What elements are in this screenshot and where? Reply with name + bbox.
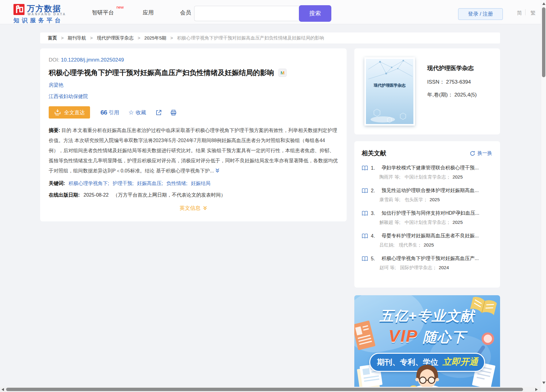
keyword-link[interactable]: 积极心理学视角下; [69, 181, 109, 186]
refresh-related-button[interactable]: 换一换 [470, 150, 492, 156]
issn-value: 2753-6394 [446, 79, 471, 85]
scroll-up-arrow[interactable] [542, 2, 545, 5]
publish-date-value: 2025-08-22 [84, 192, 109, 198]
related-item-title[interactable]: 母婴专科护理对妊娠期高血压患者不良妊娠... [382, 233, 492, 239]
issn-label: ISSN： [427, 79, 445, 85]
related-item-journal: 现代养生； [399, 242, 422, 247]
book-icon [362, 233, 368, 239]
lang-traditional[interactable]: 繁 [530, 9, 536, 17]
collect-label: 收藏 [136, 109, 146, 116]
breadcrumb-issue[interactable]: 2025年5期 [144, 35, 166, 40]
related-item-title[interactable]: 知信行护理干预与同伴支持对HDP孕妇血压... [382, 210, 492, 217]
related-item-title[interactable]: 积极心理学视角下护理干预对妊娠高血压产... [382, 255, 492, 262]
keywords-line: 关键词: 积极心理学视角下; 护理干预; 妊娠高血压; 负性情绪; 妊娠结局 [49, 179, 338, 188]
keywords-label: 关键词: [49, 181, 65, 186]
publish-date-label: 在线出版日期: [49, 192, 80, 198]
search-button[interactable]: 搜索 [299, 5, 331, 22]
login-register-button[interactable]: 登录 / 注册 [458, 8, 503, 20]
share-icon [155, 109, 162, 116]
related-item-number: 5. [371, 256, 379, 262]
lang-divider [525, 9, 525, 15]
chevron-down-icon [203, 206, 207, 212]
affiliation-link[interactable]: 江西省妇幼保健院 [49, 93, 338, 100]
volume-label: 年,卷(期)： [427, 92, 453, 98]
metrics-badge-letter: M [281, 70, 284, 75]
journal-name[interactable]: 现代护理医学杂志 [427, 64, 474, 72]
horizontal-scroll-thumb[interactable] [6, 388, 523, 391]
breadcrumb: 首页 > 期刊导航 > 现代护理医学杂志 > 2025年5期 > 积极心理学视角… [40, 32, 500, 43]
breadcrumb-journal[interactable]: 现代护理医学杂志 [97, 35, 134, 40]
related-item-meta: 解颖超 等; 中国计划生育学杂志； 2025 [379, 220, 492, 225]
wanfang-logo-icon[interactable] [13, 4, 24, 15]
author-link[interactable]: 房梁艳 [49, 82, 338, 89]
abstract-block: 摘要: 目的 本文着重分析在妊娠高血压患者治护过程中临床采取基于积极心理学视角下… [49, 125, 338, 176]
search-input[interactable] [194, 6, 299, 21]
related-header: 相关文献 换一换 [362, 149, 492, 157]
abstract-label: 摘要: [49, 128, 60, 133]
new-badge: new [116, 5, 124, 9]
keyword-link[interactable]: 护理干预; [113, 181, 134, 186]
print-button[interactable] [170, 109, 177, 116]
related-item-year: 2025 [430, 197, 440, 202]
keyword-link[interactable]: 妊娠结局 [191, 181, 210, 186]
collect-button[interactable]: ☆ 收藏 [128, 109, 146, 116]
abstract-text: 目的 本文着重分析在妊娠高血压患者治护过程中临床采取基于积极心理学视角下护理干预… [49, 128, 338, 173]
breadcrumb-separator: > [137, 35, 140, 40]
fulltext-button[interactable]: free 全文直达 [49, 106, 90, 119]
related-item-authors: 解颖超 等; [379, 220, 400, 225]
article-title-row: 积极心理学视角下护理干预对妊娠高血压产妇负性情绪及妊娠结局的影响 M [49, 68, 338, 77]
volume-value: 2025,4(5) [454, 92, 477, 98]
nav-apps[interactable]: 应用 [143, 9, 154, 16]
related-item-meta: 康雪莉 等; 包头医学； 2025 [379, 197, 492, 203]
quote-icon: 66 [100, 109, 107, 116]
breadcrumb-journal-nav[interactable]: 期刊导航 [68, 35, 86, 40]
nav-zhiyan-platform[interactable]: 智研平台 new [92, 9, 114, 16]
keyword-link[interactable]: 负性情绪; [167, 181, 187, 186]
cover-network-art [366, 59, 413, 124]
doi-line: DOI: 10.12208/j.jmnm.20250249 [49, 57, 338, 63]
vertical-scroll-thumb[interactable] [542, 7, 545, 77]
publish-date-note: （万方平台首次上网日期，不代表论文的发表时间） [113, 192, 226, 198]
related-item-year: 2025 [453, 220, 463, 225]
journal-issn: ISSN： 2753-6394 [427, 78, 471, 85]
related-item-year: 2025 [424, 242, 434, 247]
journal-cover[interactable]: 现代护理医学杂志 [364, 57, 415, 126]
page-title: 积极心理学视角下护理干预对妊娠高血压产妇负性情绪及妊娠结局的影响 [49, 68, 274, 77]
refresh-label: 换一换 [477, 150, 492, 156]
related-item-title[interactable]: 预见性运动护理联合整体护理对妊娠期高血... [382, 187, 492, 194]
related-item-authors: 陶雨芹 等; [379, 174, 400, 179]
lang-simplified[interactable]: 简 [517, 9, 522, 17]
breadcrumb-current: 积极心理学视角下护理干预对妊娠高血压产妇负性情绪及妊娠结局的影响 [177, 35, 324, 40]
expand-abstract-chevron-icon[interactable] [215, 166, 220, 176]
brand-subtitle: 知识服务平台 [13, 17, 63, 24]
vertical-scrollbar[interactable] [541, 0, 546, 392]
ad-vip-text: VIP [388, 326, 418, 345]
scroll-right-arrow[interactable] [535, 388, 538, 391]
scroll-left-arrow[interactable] [2, 388, 4, 391]
journal-cover-title: 现代护理医学杂志 [366, 83, 413, 88]
doi-label: DOI: [49, 57, 59, 63]
related-item-number: 3. [371, 211, 379, 216]
english-info-toggle[interactable]: 英文信息 [49, 205, 338, 212]
related-item-title[interactable]: 孕妇学校模式下健康管理联合积极心理干预... [382, 165, 492, 171]
free-download-icon: free [54, 109, 61, 116]
breadcrumb-separator: > [90, 35, 93, 40]
nav-member[interactable]: 会员 [180, 9, 191, 16]
breadcrumb-home[interactable]: 首页 [48, 35, 57, 40]
ad-subline-text: 随心下 [423, 329, 466, 345]
share-button[interactable] [155, 109, 162, 116]
vip-ad-banner[interactable]: 五亿+专业文献 VIP 随心下 期刊、专利、学位 立即开通 [354, 295, 500, 387]
breadcrumb-separator: > [170, 35, 173, 40]
horizontal-scrollbar[interactable] [0, 387, 541, 392]
scroll-down-arrow[interactable] [542, 382, 545, 384]
doi-link[interactable]: 10.12208/j.jmnm.20250249 [61, 57, 124, 63]
journal-card: 现代护理医学杂志 现代护理医学杂志 ISSN： 2753-6394 年,卷(期)… [354, 48, 500, 134]
cite-label: 引用 [109, 109, 119, 116]
brand-name-en: WANFANG DATA [28, 12, 66, 16]
metrics-badge[interactable]: M [278, 69, 287, 77]
ad-subline: VIP 随心下 [354, 326, 500, 346]
ad-headline: 五亿+专业文献 [354, 307, 500, 325]
cite-button[interactable]: 66 引用 [100, 109, 119, 116]
related-item-authors: 赵珂 等; [379, 265, 396, 270]
keyword-link[interactable]: 妊娠高血压; [137, 181, 163, 186]
